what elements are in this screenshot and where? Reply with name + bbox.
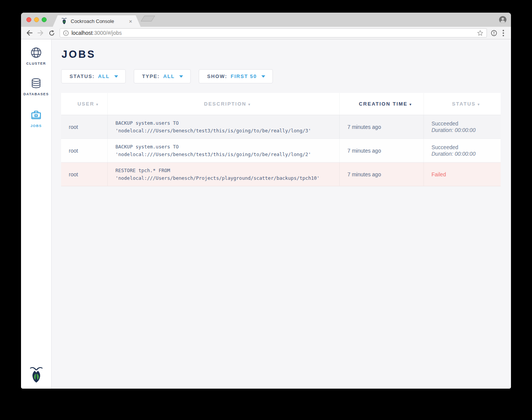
- browser-tab[interactable]: Cockroach Console ×: [53, 15, 141, 27]
- description-cell: BACKUP system.users TO 'nodelocal:///Use…: [108, 115, 340, 138]
- tab-title: Cockroach Console: [71, 18, 129, 24]
- sidebar-item-databases[interactable]: DATABASES: [21, 65, 51, 96]
- back-button[interactable]: [26, 29, 33, 37]
- chevron-down-icon: [179, 75, 183, 78]
- status-cell: Succeeded Duration: 00:00:00: [424, 115, 501, 138]
- creation-time-cell: 7 minutes ago: [340, 115, 424, 138]
- page-title: JOBS: [62, 49, 501, 60]
- creation-time-cell: 7 minutes ago: [340, 163, 424, 186]
- extension-icon[interactable]: [491, 30, 497, 36]
- browser-profile-avatar[interactable]: [499, 16, 507, 24]
- chevron-down-icon: [261, 75, 265, 78]
- user-cell: root: [61, 163, 108, 186]
- browser-menu-icon[interactable]: [503, 30, 504, 36]
- status-cell: Succeeded Duration: 00:00:00: [424, 139, 501, 162]
- sort-caret-icon: ▾: [96, 103, 99, 106]
- page-info-icon[interactable]: [63, 30, 69, 36]
- column-header-creation-time[interactable]: CREATION TIME ▾: [340, 93, 424, 115]
- filter-value: ALL: [163, 73, 175, 79]
- description-cell: RESTORE tpch.* FROM 'nodelocal:///Users/…: [108, 163, 340, 186]
- sidebar-item-label: DATABASES: [23, 92, 49, 96]
- column-label: DESCRIPTION: [204, 101, 247, 107]
- user-cell: root: [61, 115, 108, 138]
- status-cell: Failed: [424, 163, 501, 186]
- minimize-window-button[interactable]: [34, 17, 39, 22]
- description-line: 'nodelocal:///Users/benesch/test3/this/i…: [115, 151, 339, 158]
- refresh-button[interactable]: [48, 29, 55, 37]
- toolbar-right-icons: [491, 30, 504, 36]
- show-filter-dropdown[interactable]: SHOW: FIRST 50: [199, 69, 273, 83]
- status-badge: Succeeded: [431, 120, 501, 127]
- favicon-cockroach-icon: [61, 18, 67, 24]
- column-header-description[interactable]: DESCRIPTION ▾: [108, 93, 340, 115]
- filter-label: TYPE:: [142, 73, 160, 79]
- close-window-button[interactable]: [26, 17, 31, 22]
- status-duration: Duration: 00:00:00: [431, 151, 501, 157]
- type-filter-dropdown[interactable]: TYPE: ALL: [134, 69, 191, 83]
- column-label: CREATION TIME: [359, 101, 408, 107]
- status-duration: Duration: 00:00:00: [431, 127, 501, 133]
- tab-close-icon[interactable]: ×: [129, 18, 132, 24]
- forward-button[interactable]: [37, 29, 44, 37]
- url-bar[interactable]: localhost:3000/#/jobs: [60, 28, 487, 37]
- sidebar-item-label: CLUSTER: [26, 62, 46, 65]
- creation-time-cell: 7 minutes ago: [340, 139, 424, 162]
- url-text[interactable]: localhost:3000/#/jobs: [71, 30, 477, 36]
- zoom-window-button[interactable]: [42, 17, 47, 22]
- filter-label: SHOW:: [207, 73, 227, 79]
- sidebar-item-cluster[interactable]: CLUSTER: [21, 39, 51, 65]
- description-line: RESTORE tpch.* FROM: [115, 167, 339, 174]
- sort-caret-icon: ▾: [478, 103, 480, 106]
- sort-caret-icon: ▾: [410, 103, 412, 106]
- status-badge: Failed: [431, 171, 501, 177]
- table-header-row: USER ▾ DESCRIPTION ▾ CREATION TIME ▾ STA…: [61, 93, 501, 115]
- browser-window: Cockroach Console × localhost:3000/#: [21, 13, 511, 389]
- table-row: root RESTORE tpch.* FROM 'nodelocal:///U…: [61, 163, 501, 186]
- description-line: 'nodelocal:///Users/benesch/Projects/pla…: [115, 174, 339, 182]
- filter-label: STATUS:: [70, 73, 95, 79]
- admin-ui: CLUSTER DATABASES: [21, 39, 511, 389]
- new-tab-button[interactable]: [141, 16, 155, 21]
- status-filter-dropdown[interactable]: STATUS: ALL: [61, 69, 126, 83]
- filter-value: ALL: [98, 73, 110, 79]
- table-row: root BACKUP system.users TO 'nodelocal:/…: [61, 115, 501, 139]
- column-label: USER: [78, 101, 94, 107]
- filter-value: FIRST 50: [231, 73, 257, 79]
- column-header-status[interactable]: STATUS ▾: [424, 93, 501, 115]
- jobs-table: USER ▾ DESCRIPTION ▾ CREATION TIME ▾ STA…: [61, 93, 501, 186]
- globe-icon: [30, 46, 42, 59]
- browser-toolbar: localhost:3000/#/jobs: [21, 27, 511, 39]
- sidebar: CLUSTER DATABASES: [21, 39, 52, 389]
- column-header-user[interactable]: USER ▾: [61, 93, 108, 115]
- url-path: :3000/#/jobs: [92, 30, 122, 36]
- cockroachdb-logo-icon: [29, 366, 43, 383]
- user-cell: root: [61, 139, 108, 162]
- browser-tab-bar: Cockroach Console ×: [21, 13, 511, 27]
- sidebar-item-jobs[interactable]: JOBS: [21, 96, 51, 128]
- status-badge: Succeeded: [431, 144, 501, 150]
- briefcase-icon: [30, 109, 42, 121]
- sidebar-item-label: JOBS: [31, 124, 42, 128]
- window-controls: [26, 17, 47, 22]
- chevron-down-icon: [114, 75, 118, 78]
- filter-bar: STATUS: ALL TYPE: ALL SHOW: FIRST 50: [61, 69, 501, 83]
- database-icon: [30, 77, 42, 90]
- main-content: JOBS STATUS: ALL TYPE: ALL SHOW: FIRST 5…: [52, 39, 511, 389]
- column-label: STATUS: [452, 101, 476, 107]
- description-cell: BACKUP system.users TO 'nodelocal:///Use…: [108, 139, 340, 162]
- description-line: 'nodelocal:///Users/benesch/test3/this/i…: [115, 127, 339, 135]
- url-host: localhost: [71, 30, 92, 36]
- table-row: root BACKUP system.users TO 'nodelocal:/…: [61, 139, 501, 163]
- bookmark-star-icon[interactable]: [477, 30, 483, 36]
- description-line: BACKUP system.users TO: [115, 119, 339, 127]
- sort-caret-icon: ▾: [248, 103, 251, 106]
- description-line: BACKUP system.users TO: [115, 143, 339, 151]
